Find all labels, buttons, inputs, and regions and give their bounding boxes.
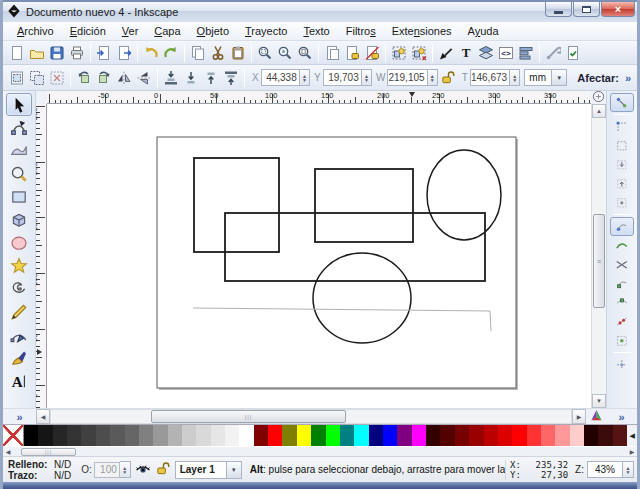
x-field-spinner[interactable]: ▲▼ (300, 69, 310, 86)
document-properties-icon[interactable] (563, 43, 583, 63)
zoom-tool-button[interactable] (6, 162, 32, 185)
select-all-icon[interactable] (7, 68, 27, 88)
color-swatch-36[interactable] (541, 425, 555, 446)
snap-cusp-nodes-button[interactable] (610, 274, 634, 293)
lock-ratio-icon[interactable] (438, 68, 458, 88)
xml-editor-icon[interactable]: <> (496, 43, 516, 63)
snap-bbox-corners-button[interactable] (610, 155, 634, 174)
menu-texto[interactable]: Texto (295, 23, 337, 39)
color-swatch-23[interactable] (354, 425, 368, 446)
unit-dropdown-button[interactable]: ▼ (552, 69, 567, 86)
zoom-spinner[interactable]: ▲▼ (623, 461, 634, 478)
deselect-icon[interactable] (47, 68, 67, 88)
y-field-spinner[interactable]: ▲▼ (362, 69, 372, 86)
vertical-scroll-thumb[interactable]: ≡ (593, 214, 605, 308)
select-all-layers-icon[interactable] (27, 68, 47, 88)
menu-ayuda[interactable]: Ayuda (460, 23, 507, 39)
scroll-up-button[interactable]: ▲ (592, 104, 606, 118)
color-swatch-35[interactable] (527, 425, 541, 446)
color-swatch-6[interactable] (110, 425, 124, 446)
maximize-button[interactable] (573, 2, 600, 17)
color-swatch-39[interactable] (584, 425, 598, 446)
ruler-corner-icon[interactable] (592, 90, 605, 105)
color-swatch-4[interactable] (81, 425, 95, 446)
menu-extensiones[interactable]: Extensiones (384, 23, 460, 39)
color-swatch-1[interactable] (38, 425, 52, 446)
horizontal-ruler[interactable]: -50050100150200250300350 (47, 91, 591, 104)
title-bar[interactable]: Documento nuevo 4 - Inkscape × (3, 0, 637, 22)
x-field[interactable]: 44,338 (261, 69, 300, 86)
flip-vertical-icon[interactable] (134, 68, 154, 88)
fill-stroke-dialog-icon[interactable] (436, 43, 456, 63)
layer-visibility-toggle[interactable] (135, 461, 151, 479)
snap-path-intersections-button[interactable] (610, 255, 634, 274)
opacity-spinner[interactable]: ▲▼ (120, 461, 131, 478)
snap-rotation-centers-button[interactable] (610, 355, 634, 374)
ellipse-tool-button[interactable] (6, 231, 32, 254)
toolbox-overflow-chevron[interactable]: » (16, 411, 22, 423)
flip-horizontal-icon[interactable] (114, 68, 134, 88)
color-swatch-13[interactable] (211, 425, 225, 446)
import-icon[interactable] (94, 43, 114, 63)
color-swatch-18[interactable] (282, 425, 296, 446)
menu-filtros[interactable]: Filtros (338, 23, 384, 39)
ungroup-icon[interactable] (409, 43, 429, 63)
width-field[interactable]: 219,105 (387, 69, 427, 86)
color-swatch-15[interactable] (239, 425, 253, 446)
palette-scroll-right-button[interactable]: ▶ (627, 447, 637, 456)
color-swatch-24[interactable] (369, 425, 383, 446)
export-icon[interactable] (114, 43, 134, 63)
opacity-field[interactable]: 100 (94, 462, 120, 478)
color-swatch-32[interactable] (484, 425, 498, 446)
color-swatch-27[interactable] (412, 425, 426, 446)
layer-lock-toggle[interactable] (155, 461, 171, 479)
open-document-icon[interactable] (27, 43, 47, 63)
snapbar-overflow-chevron[interactable]: » (618, 411, 624, 423)
height-field-spinner[interactable]: ▲▼ (510, 69, 520, 86)
align-dialog-icon[interactable] (516, 43, 536, 63)
color-swatch-9[interactable] (153, 425, 167, 446)
copy-icon[interactable] (188, 43, 208, 63)
color-swatch-2[interactable] (53, 425, 67, 446)
box3d-tool-button[interactable] (6, 208, 32, 231)
create-clone-icon[interactable] (342, 43, 362, 63)
snap-bbox-button[interactable] (610, 117, 634, 136)
close-button[interactable]: × (601, 2, 635, 17)
vertical-ruler[interactable]: 250200150100500 (36, 104, 47, 408)
color-swatch-26[interactable] (397, 425, 411, 446)
height-field[interactable]: 146,673 (470, 69, 510, 86)
snap-smooth-nodes-button[interactable] (610, 293, 634, 312)
new-document-icon[interactable] (7, 43, 27, 63)
color-swatch-25[interactable] (383, 425, 397, 446)
color-swatch-10[interactable] (168, 425, 182, 446)
y-field[interactable]: 19,703 (323, 69, 362, 86)
color-swatch-11[interactable] (182, 425, 196, 446)
menu-archivo[interactable]: Archivo (9, 23, 62, 39)
raise-icon[interactable] (201, 68, 221, 88)
scroll-right-button[interactable]: ▶ (572, 409, 586, 424)
snap-bbox-edges-button[interactable] (610, 136, 634, 155)
color-swatch-40[interactable] (598, 425, 612, 446)
horizontal-scroll-track[interactable]: ||| (50, 409, 572, 424)
minimize-button[interactable] (545, 2, 572, 17)
cut-icon[interactable] (208, 43, 228, 63)
spiral-tool-button[interactable] (6, 277, 32, 300)
zoom-field[interactable]: 43% (587, 461, 623, 478)
color-swatch-17[interactable] (268, 425, 282, 446)
star-tool-button[interactable] (6, 254, 32, 277)
color-swatch-31[interactable] (469, 425, 483, 446)
redo-icon[interactable] (161, 43, 181, 63)
color-swatch-29[interactable] (440, 425, 454, 446)
calligraphy-tool-button[interactable] (6, 346, 32, 369)
snap-bbox-centers-button[interactable] (610, 193, 634, 212)
text-tool-button[interactable]: A (6, 369, 32, 392)
layer-selector[interactable]: Layer 1 ▼ (175, 461, 242, 479)
snap-paths-button[interactable] (610, 236, 634, 255)
unit-selector[interactable]: mm▼ (524, 69, 567, 86)
pencil-tool-button[interactable] (6, 300, 32, 323)
no-color-swatch[interactable] (3, 425, 24, 446)
zoom-drawing-icon[interactable] (275, 43, 295, 63)
color-swatch-33[interactable] (498, 425, 512, 446)
layer-dropdown-button[interactable]: ▼ (227, 461, 242, 479)
color-swatch-21[interactable] (326, 425, 340, 446)
